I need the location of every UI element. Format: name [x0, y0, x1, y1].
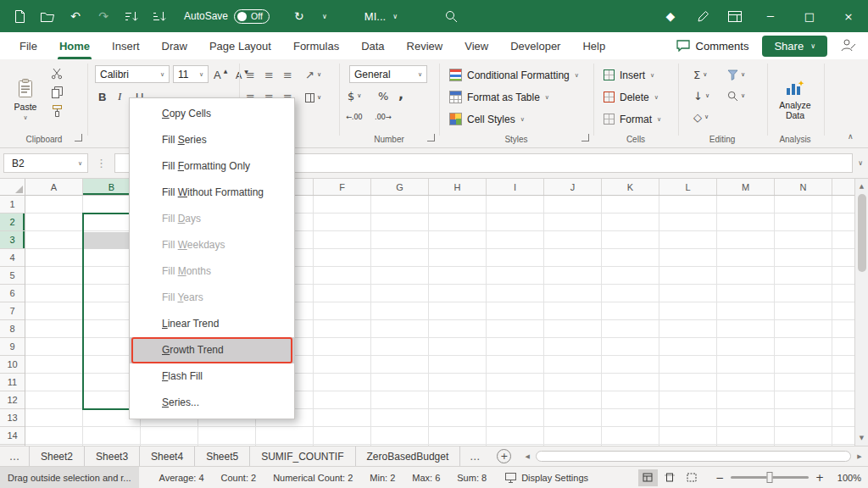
sheet-tab-sumif-countif[interactable]: SUMIF_COUNTIF [250, 446, 355, 466]
row-header-7[interactable]: 7 [0, 302, 25, 320]
row-header-11[interactable]: 11 [0, 374, 25, 391]
scroll-down-icon[interactable]: ▼ [860, 430, 864, 446]
decrease-decimal-button[interactable]: .00→ [375, 108, 391, 125]
number-format-combo[interactable]: General ∨ [349, 65, 427, 83]
scroll-right-icon[interactable]: ▶ [853, 453, 866, 460]
sheet-tab-sheet5[interactable]: Sheet5 [195, 446, 250, 466]
select-all-corner[interactable] [0, 179, 25, 196]
search-icon[interactable] [442, 7, 460, 25]
paste-button[interactable]: Paste ∨ [8, 64, 42, 136]
row-header-8[interactable]: 8 [0, 320, 25, 338]
horizontal-scrollbar[interactable]: ◀ ▶ [519, 446, 868, 466]
comments-button[interactable]: Comments [668, 36, 758, 56]
menu-item-series[interactable]: Series... [130, 390, 294, 416]
fill-button[interactable]: ↓ ∨ [693, 87, 709, 104]
delete-cells-button[interactable]: Delete ∨ [604, 88, 659, 106]
column-header-m[interactable]: M [717, 179, 775, 195]
orientation-button[interactable]: ↗∨ [305, 66, 321, 83]
format-as-table-button[interactable]: Format as Table ∨ [449, 88, 549, 106]
cut-icon[interactable] [49, 66, 64, 81]
column-header-n[interactable]: N [775, 179, 832, 195]
row-header-5[interactable]: 5 [0, 267, 25, 285]
ribbon-tab-file[interactable]: File [8, 32, 48, 59]
copy-icon[interactable] [49, 85, 64, 100]
column-header-l[interactable]: L [659, 179, 717, 195]
zoom-level[interactable]: 100% [831, 473, 861, 483]
row-header-13[interactable]: 13 [0, 409, 25, 427]
menu-item-linear-trend[interactable]: Linear Trend [130, 311, 294, 337]
undo-icon[interactable]: ↶ [66, 7, 85, 25]
menu-item-flash-fill[interactable]: Flash Fill [130, 363, 294, 390]
collapse-ribbon-icon[interactable]: ∧ [848, 132, 854, 141]
autosum-button[interactable]: Σ ∨ [693, 66, 707, 83]
zoom-in-button[interactable]: + [815, 472, 824, 484]
column-header-h[interactable]: H [429, 179, 487, 195]
format-painter-icon[interactable] [49, 103, 64, 119]
middle-align-button[interactable]: ≡ [264, 66, 274, 83]
sheet-tab-zerobasedbudget[interactable]: ZeroBasedBudget [356, 446, 461, 466]
ribbon-tab-home[interactable]: Home [48, 32, 101, 59]
menu-item-growth-trend[interactable]: Growth Trend [130, 337, 294, 363]
column-header-g[interactable]: G [371, 179, 429, 195]
name-box[interactable]: B2 ∨ [3, 153, 88, 173]
sheet-scroll-right-ellipsis[interactable]: … [460, 451, 489, 463]
clear-button[interactable]: ◇ ∨ [693, 108, 709, 125]
column-header-j[interactable]: J [544, 179, 602, 195]
format-cells-button[interactable]: Format ∨ [604, 110, 661, 128]
row-header-1[interactable]: 1 [0, 196, 25, 214]
row-header-2[interactable]: 2 [0, 214, 25, 231]
column-header-f[interactable]: F [314, 179, 371, 195]
number-dialog-launcher[interactable] [427, 134, 435, 141]
row-header-4[interactable]: 4 [0, 249, 25, 267]
normal-view-button[interactable] [638, 469, 658, 486]
ribbon-tab-insert[interactable]: Insert [101, 32, 151, 59]
sort-descending-icon[interactable] [150, 7, 169, 25]
ink-pen-icon[interactable] [687, 0, 719, 32]
top-align-button[interactable]: ≡ [246, 66, 255, 83]
row-header-6[interactable]: 6 [0, 285, 25, 302]
ribbon-tab-formulas[interactable]: Formulas [282, 32, 350, 59]
formula-bar-divider-icon[interactable]: ⋮ [96, 157, 107, 169]
sheet-tab-sheet2[interactable]: Sheet2 [29, 446, 85, 466]
gem-icon[interactable]: ◆ [654, 0, 687, 32]
menu-item-copy-cells[interactable]: Copy Cells [130, 101, 294, 127]
percent-style-button[interactable]: % [378, 87, 388, 104]
formula-bar-expand-icon[interactable]: ∨ [858, 159, 863, 167]
bottom-align-button[interactable]: ≡ [283, 66, 292, 83]
vertical-scroll-thumb[interactable] [858, 194, 866, 272]
horizontal-scroll-thumb[interactable] [536, 451, 851, 462]
sort-filter-button[interactable]: ∨ [727, 66, 745, 83]
workbook-title[interactable]: MI... ∨ [364, 10, 398, 23]
ribbon-tab-draw[interactable]: Draw [151, 32, 198, 59]
row-header-12[interactable]: 12 [0, 391, 25, 409]
redo-circle-icon[interactable]: ↻ [290, 7, 309, 25]
scroll-left-icon[interactable]: ◀ [520, 453, 534, 460]
menu-item-fill-without-formatting[interactable]: Fill Without Formatting [130, 180, 294, 206]
open-folder-icon[interactable] [38, 7, 57, 25]
sheet-scroll-left-ellipsis[interactable]: … [0, 451, 29, 463]
autosave-switch[interactable]: Off [234, 9, 270, 24]
sort-ascending-icon[interactable] [122, 7, 141, 25]
page-break-view-button[interactable] [682, 469, 702, 486]
zoom-out-button[interactable]: − [715, 472, 724, 484]
maximize-button[interactable]: □ [790, 0, 829, 32]
vertical-scrollbar[interactable]: ▲ ▼ [854, 179, 868, 446]
sheet-tab-sheet3[interactable]: Sheet3 [85, 446, 140, 466]
font-size-combo[interactable]: 11 ∨ [173, 65, 209, 83]
find-select-button[interactable]: ∨ [727, 87, 745, 104]
ribbon-tab-view[interactable]: View [453, 32, 499, 59]
ribbon-display-options-icon[interactable] [719, 0, 751, 32]
row-header-3[interactable]: 3 [0, 231, 25, 249]
insert-cells-button[interactable]: Insert ∨ [604, 66, 654, 84]
ribbon-tab-help[interactable]: Help [571, 32, 616, 59]
column-header-i[interactable]: I [487, 179, 544, 195]
share-button[interactable]: Share ∨ [762, 36, 827, 57]
sheet-tab-sheet4[interactable]: Sheet4 [140, 446, 195, 466]
accounting-format-button[interactable]: $ ∨ [348, 87, 361, 104]
ribbon-tab-page-layout[interactable]: Page Layout [198, 32, 282, 59]
column-header-k[interactable]: K [602, 179, 659, 195]
row-header-14[interactable]: 14 [0, 427, 25, 445]
bold-button[interactable]: B [98, 88, 106, 105]
autosave-toggle[interactable]: AutoSave Off [184, 9, 270, 24]
wrap-text-button[interactable]: ∨ [305, 89, 321, 106]
